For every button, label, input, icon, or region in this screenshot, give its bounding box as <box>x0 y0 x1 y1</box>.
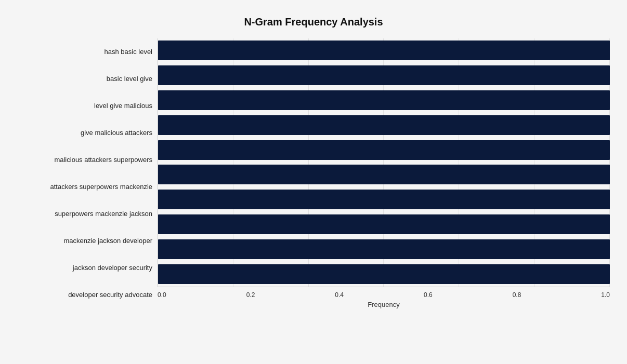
bar-row-0 <box>158 39 610 62</box>
y-label-5: attackers superpowers mackenzie <box>50 183 152 191</box>
y-label-6: superpowers mackenzie jackson <box>55 210 152 218</box>
x-tick-5: 1.0 <box>601 291 610 299</box>
y-label-1: basic level give <box>107 75 152 83</box>
x-tick-3: 0.6 <box>424 291 433 299</box>
x-tick-1: 0.2 <box>246 291 255 299</box>
bar-row-1 <box>158 64 610 87</box>
bar-1 <box>158 65 610 85</box>
bar-0 <box>158 41 610 60</box>
bars-and-x: 0.00.20.40.60.81.0 Frequency <box>158 38 610 308</box>
bar-6 <box>158 190 610 209</box>
bar-row-2 <box>158 89 610 112</box>
bars-area <box>158 38 610 287</box>
y-label-7: mackenzie jackson developer <box>63 237 152 245</box>
bar-row-8 <box>158 238 610 261</box>
bar-row-5 <box>158 163 610 186</box>
bar-row-9 <box>158 263 610 286</box>
bar-8 <box>158 239 610 259</box>
y-label-3: give malicious attackers <box>81 129 152 137</box>
y-label-4: malicious attackers superpowers <box>54 156 152 164</box>
y-label-0: hash basic level <box>104 48 153 56</box>
bar-row-3 <box>158 114 610 137</box>
bar-row-7 <box>158 213 610 236</box>
chart-area: hash basic levelbasic level givelevel gi… <box>17 38 610 308</box>
x-tick-2: 0.4 <box>335 291 344 299</box>
x-tick-0: 0.0 <box>158 291 166 299</box>
bar-2 <box>158 90 610 110</box>
bar-7 <box>158 214 610 234</box>
bar-9 <box>158 264 610 284</box>
bar-row-6 <box>158 188 610 211</box>
y-label-8: jackson developer security <box>73 264 152 272</box>
x-tick-4: 0.8 <box>513 291 521 299</box>
x-axis-title: Frequency <box>158 301 610 308</box>
bar-4 <box>158 140 610 160</box>
chart-container: N-Gram Frequency Analysis hash basic lev… <box>7 6 620 359</box>
x-axis: 0.00.20.40.60.81.0 <box>158 287 610 299</box>
y-label-2: level give malicious <box>94 102 152 110</box>
chart-title: N-Gram Frequency Analysis <box>17 16 610 28</box>
bar-5 <box>158 165 610 184</box>
bar-3 <box>158 115 610 135</box>
y-axis-labels: hash basic levelbasic level givelevel gi… <box>17 38 158 308</box>
y-label-9: developer security advocate <box>68 291 152 299</box>
bar-row-4 <box>158 139 610 161</box>
